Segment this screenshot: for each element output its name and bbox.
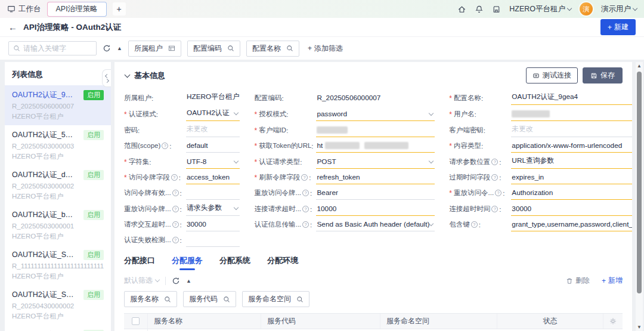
add-row-button[interactable]: + 新增: [602, 276, 623, 286]
section-collapse-icon[interactable]: [125, 72, 131, 78]
refresh-icon[interactable]: [103, 44, 111, 52]
field-value: password: [317, 110, 347, 118]
workbench-tab[interactable]: 工作台: [7, 4, 41, 14]
select-field[interactable]: 请求头参数: [186, 202, 240, 216]
tab-分配系统[interactable]: 分配系统: [219, 255, 250, 270]
delete-button[interactable]: 删除: [566, 276, 590, 286]
field-value: URL查询参数: [512, 156, 554, 166]
tab-api-governance[interactable]: API治理策略: [47, 2, 107, 17]
select-field[interactable]: application/x-www-form-urlencoded: [511, 140, 632, 153]
service-filter-chip[interactable]: 服务代码: [183, 291, 236, 307]
tab-分配环境[interactable]: 分配环境: [267, 255, 298, 270]
create-new-button[interactable]: +新建: [600, 19, 636, 35]
select-field[interactable]: POST: [316, 156, 435, 169]
input-field[interactable]: 10000: [316, 203, 435, 216]
service-filter-chip[interactable]: 服务命名空间: [242, 291, 309, 307]
filter-chip[interactable]: 配置名称: [246, 41, 299, 57]
select-field[interactable]: URL查询参数: [511, 155, 632, 169]
panel-collapse-control[interactable]: [102, 69, 111, 87]
select-field[interactable]: OAUTH2认证: [186, 107, 240, 121]
input-field[interactable]: [186, 187, 240, 200]
keyword-search-box[interactable]: [8, 41, 97, 55]
input-field[interactable]: Bearer: [316, 187, 435, 200]
test-connection-button[interactable]: 测试连接: [526, 67, 578, 83]
select-all-checkbox[interactable]: [132, 317, 140, 325]
tab-分配服务[interactable]: 分配服务: [172, 255, 203, 270]
col-header: 服务代码: [261, 314, 380, 329]
input-field[interactable]: 未更改: [511, 123, 632, 137]
search-icon: [296, 296, 304, 303]
list-item[interactable]: OAUTH2认证_9gea4启用R_20250506000007HZERO平台租…: [5, 85, 111, 125]
service-filter-chip[interactable]: 服务名称: [124, 291, 177, 307]
list-item[interactable]: OAUTH2认证_bnw...启用R_20250503000001HZERO平台…: [5, 205, 111, 245]
scroll-down-arrow[interactable]: ▼: [636, 324, 643, 330]
filter-chip[interactable]: 所属租户: [128, 41, 181, 57]
config-code: R_20250503000003: [12, 143, 104, 150]
page-title: API治理策略 - OAuth2认证: [23, 22, 121, 33]
required-mark: *: [254, 158, 257, 166]
avatar[interactable]: 演: [580, 2, 593, 16]
notification-bell-icon[interactable]: [475, 5, 484, 14]
field-value: grant_type,username,password,client_id,c…: [512, 220, 632, 228]
field-value: 未更改: [187, 125, 208, 134]
default-filter-dropdown[interactable]: 默认筛选: [124, 276, 159, 286]
select-field[interactable]: UTF-8: [186, 156, 240, 169]
field-label: *授权模式:: [254, 110, 316, 121]
keyword-search-input[interactable]: [23, 44, 89, 52]
plus-icon: +: [602, 277, 606, 285]
input-field[interactable]: refresh_token: [316, 172, 435, 184]
help-icon: ?: [172, 206, 179, 212]
list-item[interactable]: OAUTH2认证_SEC...启用R_111111111111111111111…: [5, 245, 111, 285]
list-item[interactable]: OAUTH2认证_SEC...启用R_20250430000002HZERO平台…: [5, 285, 111, 325]
add-filter-button[interactable]: +添加筛选: [308, 44, 343, 54]
select-field[interactable]: password: [316, 109, 435, 121]
field-value: UTF-8: [187, 157, 206, 166]
workbench-icon: [7, 5, 16, 13]
tab-分配接口[interactable]: 分配接口: [124, 255, 155, 270]
vertical-scrollbar[interactable]: ▲ ▼: [636, 62, 643, 331]
collapse-filters-icon[interactable]: ▲: [117, 45, 122, 51]
filter-chip[interactable]: 配置编码: [187, 41, 240, 57]
new-tab-button[interactable]: +: [113, 2, 126, 16]
home-icon[interactable]: [457, 5, 466, 14]
user-menu[interactable]: 演示用户: [601, 4, 637, 14]
filter-chip-label: 服务命名空间: [248, 294, 291, 304]
tenant-switcher[interactable]: HZERO平台租户: [509, 4, 571, 14]
collapse-filters-icon[interactable]: ▲: [186, 278, 191, 284]
input-field[interactable]: [511, 109, 632, 121]
refresh-icon[interactable]: [172, 277, 180, 285]
input-field[interactable]: Authorization: [511, 187, 632, 200]
list-icon: [168, 45, 175, 52]
config-name: OAUTH2认证_bnw...: [12, 210, 76, 220]
input-field[interactable]: default: [186, 140, 240, 153]
field-value: OAUTH2认证_9gea4: [512, 92, 578, 102]
list-item[interactable]: OAUTH2认证_dz3...启用R_20250503000002HZERO平台…: [5, 165, 111, 205]
input-field[interactable]: 30000: [511, 203, 632, 216]
input-field[interactable]: [316, 125, 435, 137]
form-field: *用户名:: [449, 107, 632, 121]
field-label: 过期时间字段?:: [449, 173, 511, 184]
config-tenant: HZERO平台租户: [12, 312, 104, 321]
input-field[interactable]: grant_type,username,password,client_id,c…: [511, 219, 632, 231]
store-icon[interactable]: [492, 5, 501, 14]
page-nav-bar: ← API治理策略 - OAuth2认证 +新建: [0, 18, 644, 37]
field-label: 密码:: [124, 126, 186, 137]
input-field[interactable]: [186, 234, 240, 247]
scrollbar-thumb[interactable]: [637, 72, 642, 293]
input-field[interactable]: expires_in: [511, 172, 632, 184]
config-code: R_20250430000002: [12, 302, 104, 310]
input-field[interactable]: access_token: [186, 172, 240, 184]
assign-toolbar: 默认筛选 ▲ 删除 + 新增: [124, 276, 623, 286]
input-field[interactable]: OAUTH2认证_9gea4: [511, 91, 632, 105]
scroll-up-arrow[interactable]: ▲: [636, 63, 643, 69]
table-settings-icon[interactable]: [603, 314, 623, 329]
input-field[interactable]: 30000: [186, 219, 240, 231]
list-item[interactable]: OAUTH2认证_54qe...启用R_20250503000003HZERO平…: [5, 125, 111, 165]
save-button[interactable]: 保存: [583, 67, 623, 83]
back-arrow-icon[interactable]: ←: [8, 22, 17, 32]
form-field: 认证信息传输...?:Send as Basic Auth header (de…: [254, 218, 435, 231]
select-field[interactable]: Send as Basic Auth header (default): [316, 219, 435, 231]
input-field[interactable]: ht: [316, 140, 435, 153]
input-field[interactable]: 未更改: [186, 123, 240, 137]
list-item[interactable]: OAUTH2认证_trb88启用R_20250422000006集成中台租户: [5, 325, 111, 331]
